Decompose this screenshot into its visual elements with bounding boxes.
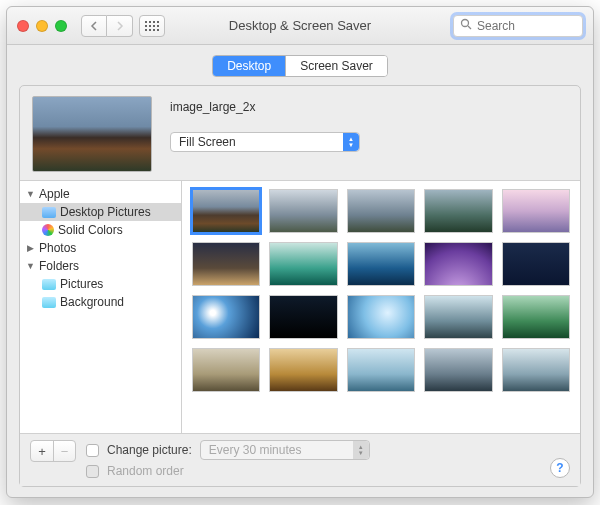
sidebar-label: Background [60, 295, 124, 309]
sidebar-group-photos[interactable]: ▶ Photos [20, 239, 181, 257]
remove-folder-button: − [53, 441, 75, 461]
sidebar-label: Folders [39, 259, 79, 273]
change-picture-label: Change picture: [107, 443, 192, 457]
svg-rect-1 [149, 21, 151, 23]
content-panel: image_large_2x Fill Screen ▲▼ ▼ Apple De… [19, 85, 581, 487]
minimize-icon[interactable] [36, 20, 48, 32]
random-order-checkbox [86, 465, 99, 478]
grid-icon [145, 21, 159, 31]
svg-rect-8 [145, 29, 147, 31]
search-icon [460, 18, 472, 33]
wallpaper-preview [32, 96, 152, 172]
search-field[interactable]: ✕ [453, 15, 583, 37]
window-controls [7, 20, 67, 32]
show-all-button[interactable] [139, 15, 165, 37]
svg-rect-9 [149, 29, 151, 31]
change-interval-value: Every 30 minutes [209, 443, 302, 457]
color-wheel-icon [42, 224, 54, 236]
wallpaper-thumb[interactable] [269, 295, 337, 339]
svg-rect-6 [153, 25, 155, 27]
tab-desktop[interactable]: Desktop [213, 56, 285, 76]
disclosure-closed-icon: ▶ [26, 243, 35, 253]
svg-rect-7 [157, 25, 159, 27]
wallpaper-thumb[interactable] [502, 189, 570, 233]
svg-point-12 [462, 20, 469, 27]
svg-rect-4 [145, 25, 147, 27]
preview-strip: image_large_2x Fill Screen ▲▼ [20, 86, 580, 180]
wallpaper-thumb[interactable] [347, 348, 415, 392]
wallpaper-thumb[interactable] [502, 348, 570, 392]
wallpaper-thumb[interactable] [502, 242, 570, 286]
wallpaper-thumb[interactable] [192, 242, 260, 286]
sidebar-label: Desktop Pictures [60, 205, 151, 219]
sidebar-item-solid-colors[interactable]: Solid Colors [20, 221, 181, 239]
back-button[interactable] [81, 15, 107, 37]
preferences-window: Desktop & Screen Saver ✕ Desktop Screen … [6, 6, 594, 498]
wallpaper-thumb[interactable] [424, 242, 492, 286]
svg-rect-10 [153, 29, 155, 31]
sidebar-item-background[interactable]: Background [20, 293, 181, 311]
titlebar: Desktop & Screen Saver ✕ [7, 7, 593, 45]
folder-icon [42, 297, 56, 308]
forward-button[interactable] [107, 15, 133, 37]
sidebar-label: Pictures [60, 277, 103, 291]
wallpaper-thumb[interactable] [192, 348, 260, 392]
wallpaper-thumb[interactable] [269, 242, 337, 286]
help-button[interactable]: ? [550, 458, 570, 478]
tab-row: Desktop Screen Saver [7, 45, 593, 85]
sidebar-label: Apple [39, 187, 70, 201]
wallpaper-thumb[interactable] [269, 348, 337, 392]
wallpaper-thumb[interactable] [347, 242, 415, 286]
bottom-bar: + − Change picture: Every 30 minutes ▲▼ … [20, 433, 580, 486]
wallpaper-thumb[interactable] [424, 295, 492, 339]
close-icon[interactable] [17, 20, 29, 32]
search-input[interactable] [477, 19, 600, 33]
wallpaper-thumb[interactable] [192, 189, 260, 233]
sidebar-item-desktop-pictures[interactable]: Desktop Pictures [20, 203, 181, 221]
zoom-icon[interactable] [55, 20, 67, 32]
nav-buttons [81, 15, 133, 37]
svg-rect-0 [145, 21, 147, 23]
wallpaper-thumb[interactable] [502, 295, 570, 339]
source-sidebar: ▼ Apple Desktop Pictures Solid Colors ▶ … [20, 181, 182, 433]
stepper-icon: ▲▼ [353, 441, 369, 459]
tab-screensaver[interactable]: Screen Saver [285, 56, 387, 76]
svg-rect-5 [149, 25, 151, 27]
folder-icon [42, 207, 56, 218]
svg-rect-2 [153, 21, 155, 23]
wallpaper-thumb[interactable] [424, 189, 492, 233]
wallpaper-grid [182, 181, 580, 433]
wallpaper-thumb[interactable] [424, 348, 492, 392]
change-options: Change picture: Every 30 minutes ▲▼ Rand… [86, 440, 370, 478]
sidebar-label: Solid Colors [58, 223, 123, 237]
add-remove-control: + − [30, 440, 76, 462]
sidebar-label: Photos [39, 241, 76, 255]
wallpaper-name: image_large_2x [170, 100, 568, 114]
wallpaper-thumb[interactable] [192, 295, 260, 339]
svg-rect-3 [157, 21, 159, 23]
sidebar-group-apple[interactable]: ▼ Apple [20, 185, 181, 203]
random-order-label: Random order [107, 464, 184, 478]
svg-rect-11 [157, 29, 159, 31]
wallpaper-thumb[interactable] [347, 295, 415, 339]
wallpaper-thumb[interactable] [269, 189, 337, 233]
sidebar-item-pictures[interactable]: Pictures [20, 275, 181, 293]
change-picture-checkbox[interactable] [86, 444, 99, 457]
fill-mode-value: Fill Screen [179, 135, 236, 149]
disclosure-open-icon: ▼ [26, 189, 35, 199]
svg-line-13 [468, 26, 471, 29]
stepper-icon: ▲▼ [343, 133, 359, 151]
split-view: ▼ Apple Desktop Pictures Solid Colors ▶ … [20, 180, 580, 433]
change-interval-select: Every 30 minutes ▲▼ [200, 440, 370, 460]
sidebar-group-folders[interactable]: ▼ Folders [20, 257, 181, 275]
add-folder-button[interactable]: + [31, 441, 53, 461]
disclosure-open-icon: ▼ [26, 261, 35, 271]
wallpaper-thumb[interactable] [347, 189, 415, 233]
tab-segmented-control: Desktop Screen Saver [212, 55, 388, 77]
fill-mode-select[interactable]: Fill Screen ▲▼ [170, 132, 360, 152]
folder-icon [42, 279, 56, 290]
